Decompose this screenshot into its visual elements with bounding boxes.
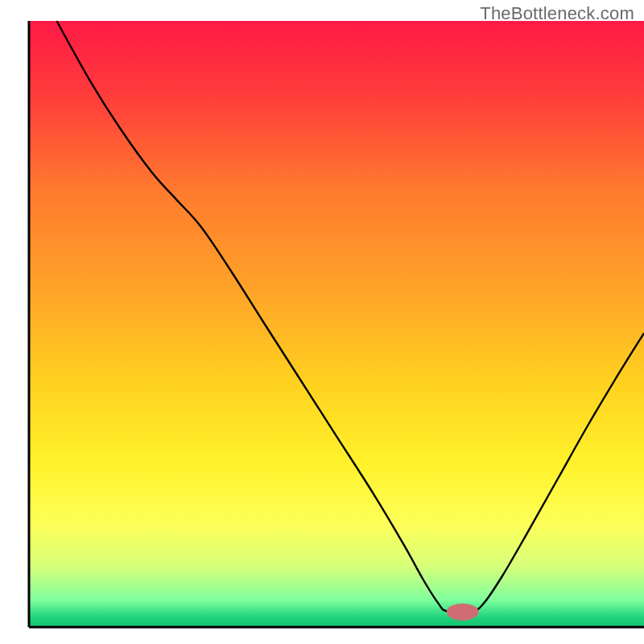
chart-background — [29, 21, 644, 627]
chart-container: TheBottleneck.com — [0, 0, 644, 644]
bottleneck-chart — [0, 0, 644, 644]
watermark-text: TheBottleneck.com — [480, 3, 634, 24]
optimal-point-marker — [447, 604, 479, 621]
